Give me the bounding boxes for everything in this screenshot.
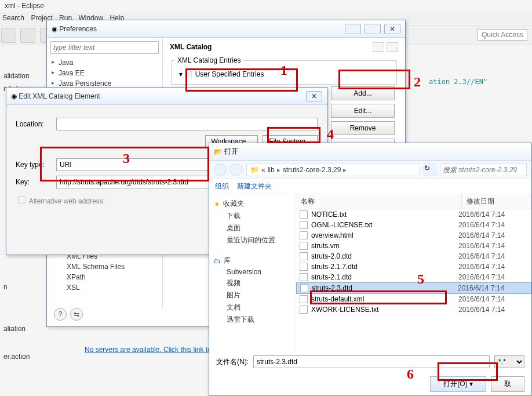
forward-button[interactable] [387, 42, 398, 52]
open-dialog-footer: 文件名(N): *.* [209, 351, 531, 373]
open-dialog-nav: 📁 « lib▸ struts2-core-2.3.29▸ ↻ [209, 161, 531, 179]
close-button[interactable]: ✕ [306, 91, 322, 101]
file-icon [300, 263, 308, 271]
file-row[interactable]: OGNL-LICENSE.txt2016/6/14 7:14 [296, 220, 531, 230]
file-icon [300, 231, 308, 239]
libraries-header[interactable]: 🗀库 [212, 255, 293, 267]
preferences-titlebar: ◉ Preferences ✕ [47, 20, 405, 38]
folder-icon: 📂 [214, 148, 223, 156]
open-dialog-sidebar: ★收藏夹 下载 桌面 最近访问的位置 🗀库 Subversion 视频 图片 文… [209, 194, 296, 351]
maximize-button[interactable] [365, 24, 381, 34]
eclipse-title: xml - Eclipse [5, 2, 44, 10]
file-row[interactable]: struts-2.0.dtd2016/6/14 7:14 [296, 251, 531, 261]
file-row[interactable]: NOTICE.txt2016/6/14 7:14 [296, 209, 531, 220]
keytype-label: Key type: [16, 161, 56, 169]
import-export-button[interactable]: ⇆ [70, 308, 83, 321]
minimize-button[interactable] [345, 24, 361, 34]
preferences-title: Preferences [59, 25, 345, 33]
col-date[interactable]: 修改日期 [462, 194, 531, 209]
sidebar-desktop[interactable]: 桌面 [212, 222, 293, 234]
xml-catalog-entries-group: XML Catalog Entries ▾ 📄 User Specified E… [171, 56, 397, 85]
location-input[interactable] [56, 118, 318, 130]
eclipse-icon: ◉ [52, 25, 57, 33]
sidebar-videos[interactable]: 视频 [212, 277, 293, 289]
tree-xpath[interactable]: XPath [50, 272, 159, 282]
open-dialog-toolbar: 组织 新建文件夹 [209, 179, 531, 194]
edit-button[interactable]: Edit... [331, 104, 395, 118]
filter-input[interactable] [50, 41, 159, 54]
file-icon [300, 295, 308, 303]
newfolder-button[interactable]: 新建文件夹 [237, 181, 272, 191]
file-row[interactable]: struts-2.1.7.dtd2016/6/14 7:14 [296, 261, 531, 272]
quick-access[interactable]: Quick Access [478, 29, 527, 41]
file-icon [300, 306, 308, 314]
file-row[interactable]: struts-default.xml2016/6/14 7:14 [296, 294, 531, 304]
sidebar-xunlei[interactable]: 迅雷下载 [212, 314, 293, 326]
sidebar-subversion[interactable]: Subversion [212, 267, 293, 277]
file-icon [300, 221, 308, 229]
nav-back-button[interactable] [214, 164, 227, 176]
filename-label: 文件名(N): [216, 357, 249, 367]
open-button[interactable]: 打开(O) ▾ [430, 376, 486, 392]
location-label: Location: [16, 120, 56, 128]
file-icon [300, 273, 308, 281]
col-name[interactable]: 名称 [296, 194, 462, 209]
file-list[interactable]: 名称 修改日期 NOTICE.txt2016/6/14 7:14OGNL-LIC… [296, 194, 531, 351]
cancel-button[interactable]: 取 [491, 376, 524, 392]
file-row[interactable]: struts.vm2016/6/14 7:14 [296, 241, 531, 251]
tree-javaee[interactable]: Java EE [50, 68, 159, 78]
file-row[interactable]: struts-2.1.dtd2016/6/14 7:14 [296, 272, 531, 282]
organize-menu[interactable]: 组织 [215, 181, 229, 191]
breadcrumb[interactable]: 📁 « lib▸ struts2-core-2.3.29▸ [246, 164, 420, 176]
search-input[interactable] [440, 164, 527, 176]
eclipse-icon: ◉ [11, 92, 17, 100]
file-open-dialog: 📂 打开 📁 « lib▸ struts2-core-2.3.29▸ ↻ 组织 … [209, 143, 532, 396]
close-button[interactable]: ✕ [384, 24, 400, 34]
open-dialog-title: 打开 [224, 147, 238, 157]
key-label: Key: [16, 178, 56, 186]
star-icon: ★ [214, 200, 220, 208]
open-dialog-titlebar: 📂 打开 [209, 143, 531, 161]
file-list-header[interactable]: 名称 修改日期 [296, 194, 531, 209]
tree-xml-schema[interactable]: XML Schema Files [50, 261, 159, 272]
tree-java[interactable]: Java [50, 57, 159, 68]
add-button[interactable]: Add... [331, 86, 395, 100]
back-button[interactable] [373, 42, 384, 52]
folder-icon: 📁 [250, 166, 259, 174]
file-icon [300, 242, 308, 250]
sidebar-downloads[interactable]: 下载 [212, 210, 293, 222]
menu-search[interactable]: Search [2, 14, 24, 22]
sidebar-pictures[interactable]: 图片 [212, 289, 293, 301]
no-servers-link[interactable]: No servers are available. Click this lin… [85, 346, 227, 354]
filename-input[interactable] [253, 355, 490, 368]
sidebar-documents[interactable]: 文档 [212, 301, 293, 314]
toolbar-btn[interactable] [1, 28, 16, 43]
entries-legend: XML Catalog Entries [175, 56, 243, 64]
sidebar-recent[interactable]: 最近访问的位置 [212, 234, 293, 246]
file-icon [300, 284, 308, 292]
remove-button[interactable]: Remove [331, 121, 395, 135]
favorites-header[interactable]: ★收藏夹 [212, 198, 293, 210]
file-icon [300, 252, 308, 260]
tree-xsl[interactable]: XSL [50, 282, 159, 293]
file-row[interactable]: overview.html2016/6/14 7:14 [296, 230, 531, 241]
refresh-button[interactable]: ↻ [424, 164, 436, 176]
file-icon [300, 210, 308, 219]
filetype-select[interactable]: *.* [494, 355, 524, 368]
library-icon: 🗀 [214, 257, 221, 265]
section-title: XML Catalog [170, 43, 212, 51]
nav-forward-button[interactable] [230, 164, 243, 176]
toolbar-btn[interactable] [20, 28, 35, 43]
user-specified-entries[interactable]: ▾ 📄 User Specified Entries [175, 68, 393, 81]
file-row[interactable]: XWORK-LICENSE.txt2016/6/14 7:14 [296, 304, 531, 315]
help-button[interactable]: ? [54, 308, 67, 321]
file-row[interactable]: struts-2.3.dtd2016/6/14 7:14 [296, 282, 531, 294]
edit-dialog-titlebar: ◉ Edit XML Catalog Element ✕ [6, 88, 327, 105]
edit-dialog-title: Edit XML Catalog Element [19, 92, 306, 100]
editor-text: ation 2.3//EN" [429, 78, 487, 86]
